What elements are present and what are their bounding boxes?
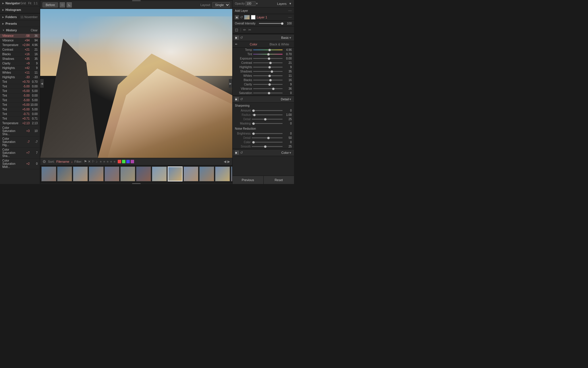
star-4[interactable]: ★ (110, 160, 113, 164)
color-refresh-icon[interactable]: ↺ (240, 151, 243, 155)
history-item-16[interactable]: Tint +5.00 5.00 (0, 107, 40, 112)
previous-button[interactable]: Previous (233, 176, 264, 184)
detail-section-icon[interactable]: ■ (235, 97, 239, 101)
color-section-icon[interactable]: ■ (235, 151, 239, 155)
gte-icon[interactable]: ≥ (96, 160, 98, 164)
history-item-0[interactable]: Vibrance -58 36 (0, 34, 40, 38)
color-tab[interactable]: Color (241, 43, 266, 46)
history-item-13[interactable]: Tint -5.00 0.00 (0, 93, 40, 98)
clarity-slider[interactable] (253, 84, 283, 85)
history-item-17[interactable]: Tint -0.71 0.00 (0, 112, 40, 116)
reset-button[interactable]: Reset (264, 176, 294, 184)
bw-tab[interactable]: Black & White (267, 43, 292, 46)
blacks-slider[interactable] (253, 80, 283, 80)
layer-name[interactable]: Layer 1 (257, 16, 287, 19)
history-item-10[interactable]: Tint +0.70 0.70 (0, 80, 40, 84)
history-item-18[interactable]: Tint +0.71 0.71 (0, 116, 40, 121)
blue-color-filter[interactable] (126, 160, 130, 163)
filmstrip-thumb-8[interactable] (168, 166, 183, 181)
history-item-2[interactable]: Temperature +2.84 4.96 (0, 43, 40, 47)
detail-slider[interactable] (252, 119, 283, 120)
flag-filter-icon[interactable]: ⚑ (84, 160, 87, 164)
layers-dropdown-arrow[interactable]: ▼ (289, 2, 292, 5)
overall-intensity-slider[interactable] (259, 23, 283, 24)
purple-color-filter[interactable] (131, 160, 134, 163)
add-layer-button[interactable]: Add Layer (235, 9, 288, 12)
basic-collapse-icon[interactable]: ▼ (289, 36, 292, 39)
filmstrip-next-icon[interactable]: ▶ (227, 160, 230, 164)
filmstrip-thumb-0[interactable] (41, 166, 56, 181)
flag-reject-icon[interactable]: ✕ (88, 160, 91, 164)
filmstrip-thumb-7[interactable] (152, 166, 167, 181)
nr-detail-slider[interactable] (252, 137, 283, 138)
shadows-slider[interactable] (253, 71, 283, 72)
left-collapse-arrow[interactable]: ◀ (40, 79, 44, 88)
history-item-14[interactable]: Tint -5.00 5.00 (0, 98, 40, 103)
history-item-12[interactable]: Tint +5.00 5.00 (0, 89, 40, 93)
layer-visibility-icon[interactable]: ▣ (235, 15, 239, 19)
flag-unflag-icon[interactable]: ⚐ (92, 160, 95, 164)
amount-slider[interactable] (252, 110, 283, 111)
add-layer-x-icon[interactable]: — (288, 9, 292, 13)
exposure-slider[interactable] (253, 58, 283, 59)
layout-select[interactable]: Single (212, 2, 230, 7)
history-item-11[interactable]: Tint -5.00 0.00 (0, 84, 40, 89)
right-collapse-arrow[interactable]: ▶ (229, 79, 232, 88)
red-color-filter[interactable] (118, 160, 121, 163)
contrast-slider[interactable] (253, 62, 283, 63)
detail-refresh-icon[interactable]: ↺ (240, 97, 243, 101)
history-item-21[interactable]: Color Saturation Hig... -7 -7 (0, 137, 40, 147)
temp-slider[interactable] (253, 49, 283, 50)
history-clear-button[interactable]: Clear (31, 29, 38, 32)
view-mode-button-1[interactable]: □ (60, 2, 65, 7)
before-button[interactable]: Before (42, 2, 58, 7)
masking-slider[interactable] (252, 123, 283, 124)
filmstrip-thumb-5[interactable] (120, 166, 135, 181)
history-item-23[interactable]: Color Saturation Midt... +2 0 (0, 158, 40, 169)
history-item-19[interactable]: Temperature +2.13 2.13 (0, 121, 40, 126)
filmstrip-thumb-3[interactable] (89, 166, 104, 181)
star-1[interactable]: ★ (99, 160, 102, 164)
detail-section-header[interactable]: ■ ↺ Detail ▼ (233, 96, 294, 103)
eyedropper-icon[interactable]: ✒ (235, 42, 238, 46)
highlights-slider[interactable] (253, 67, 283, 68)
folders-header[interactable]: ▶ Folders 11 November (0, 14, 40, 20)
basic-section-header[interactable]: ■ ↺ Basic ▼ (233, 34, 294, 41)
nr-brightness-slider[interactable] (252, 133, 283, 134)
nr-smooth-slider[interactable] (252, 146, 283, 147)
saturation-slider[interactable] (253, 93, 283, 93)
presets-header[interactable]: ▶ Presets (0, 20, 40, 27)
vibrance-slider[interactable] (253, 88, 283, 89)
navigator-header[interactable]: ▶ Navigator Grid Fit 1:1 (0, 0, 40, 7)
sort-value[interactable]: Filename (56, 160, 69, 163)
basic-refresh-icon[interactable]: ↺ (240, 36, 243, 40)
tint-slider[interactable] (253, 54, 283, 55)
histogram-header[interactable]: ▶ Histogram (0, 7, 40, 13)
filmstrip-prev-icon[interactable]: ◀ (224, 160, 226, 164)
history-item-9[interactable]: Highlights -33 -33 (0, 75, 40, 80)
color-collapse-icon[interactable]: ▼ (289, 151, 292, 154)
star-3[interactable]: ★ (106, 160, 109, 164)
view-mode-button-2[interactable]: ◺ (67, 2, 72, 7)
filmstrip-thumb-12[interactable] (231, 166, 232, 181)
erase-tool-icon[interactable]: ✂ (248, 28, 251, 32)
star-2[interactable]: ★ (103, 160, 106, 164)
filmstrip-thumb-1[interactable] (57, 166, 72, 181)
layer-delete-icon[interactable]: — (288, 15, 292, 19)
opacity-dropdown[interactable]: ▼ (256, 2, 258, 5)
history-item-6[interactable]: Clarity +9 9 (0, 61, 40, 66)
history-item-1[interactable]: Vibrance +94 94 (0, 38, 40, 43)
opacity-input[interactable]: 100 (245, 1, 256, 6)
crop-tool-icon[interactable]: ⊡ (235, 28, 238, 32)
brush-tool-icon[interactable]: ✏ (243, 28, 246, 32)
filmstrip-thumb-6[interactable] (136, 166, 151, 181)
green-color-filter[interactable] (122, 160, 125, 163)
filmstrip-thumb-11[interactable] (215, 166, 230, 181)
detail-collapse-icon[interactable]: ▼ (289, 98, 292, 101)
filmstrip-thumb-10[interactable] (199, 166, 214, 181)
filmstrip-thumb-4[interactable] (105, 166, 119, 181)
filmstrip-thumb-9[interactable] (183, 166, 198, 181)
history-item-4[interactable]: Blacks +16 16 (0, 52, 40, 57)
history-item-5[interactable]: Shadows +35 35 (0, 57, 40, 61)
history-item-22[interactable]: Color Saturation Sha... +7 7 (0, 147, 40, 158)
